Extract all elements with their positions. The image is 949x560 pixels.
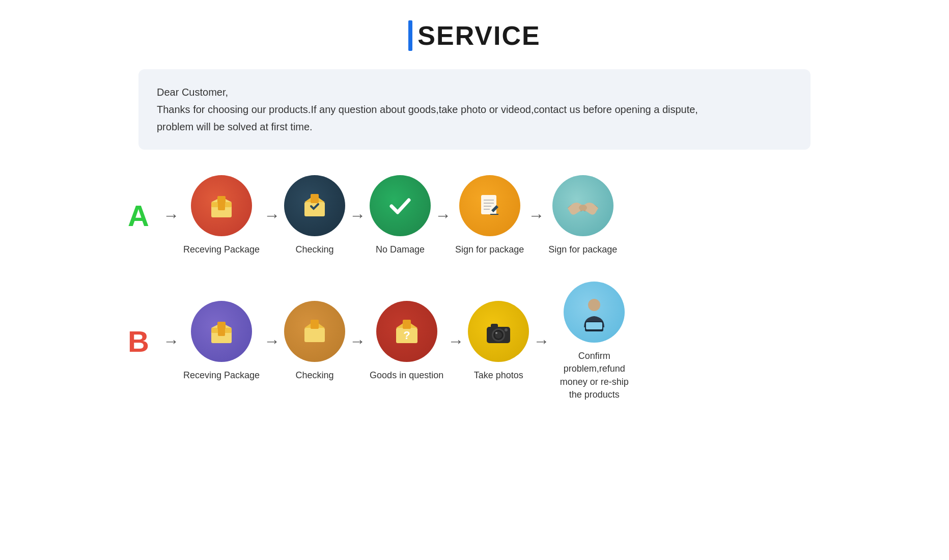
icon-no-damage	[370, 175, 431, 236]
icon-receiving-package-a	[191, 175, 252, 236]
svg-point-32	[495, 332, 497, 334]
row-a-label: A	[118, 199, 159, 233]
row-a: A → Receving Package →	[118, 175, 831, 256]
svg-rect-37	[586, 322, 602, 329]
label-confirm-problem: Confirm problem,refund money or re-ship …	[553, 350, 635, 401]
label-take-photos: Take photos	[474, 369, 523, 382]
row-b-section: B → Receving Package →	[118, 282, 831, 401]
row-b-label: B	[118, 324, 159, 358]
icon-receiving-package-b	[191, 301, 252, 362]
flow-item-checking-b: Checking	[284, 301, 345, 382]
icon-checking-a	[284, 175, 345, 236]
arrow-b0: →	[163, 332, 179, 351]
svg-rect-4	[217, 196, 226, 203]
arrow-2a: →	[349, 206, 366, 225]
icon-sign-package-a	[459, 175, 520, 236]
arrow-b3: →	[448, 332, 464, 351]
arrow-b1: →	[264, 332, 280, 351]
title-accent-bar	[408, 20, 412, 51]
arrow-3a: →	[435, 206, 451, 225]
svg-rect-21	[304, 328, 325, 342]
flow-item-confirm-problem: Confirm problem,refund money or re-ship …	[553, 282, 635, 401]
arrow-b2: →	[349, 332, 366, 351]
flow-item-checking-a: Checking	[284, 175, 345, 256]
notice-line1: Dear Customer,	[157, 83, 792, 101]
flow-item-sign-pkg-a: Sign for package	[455, 175, 524, 256]
arrow-b4: →	[533, 332, 549, 351]
row-b: B → Receving Package →	[118, 282, 831, 401]
svg-point-35	[588, 299, 600, 311]
page-title: SERVICE	[417, 20, 540, 51]
flow-item-recv-pkg-b: Receving Package	[183, 301, 260, 382]
icon-checking-b	[284, 301, 345, 362]
flow-item-no-damage: No Damage	[370, 175, 431, 256]
notice-box: Dear Customer, Thanks for choosing our p…	[138, 69, 811, 150]
label-sign-pkg-b: Sign for package	[548, 243, 617, 256]
svg-rect-20	[217, 322, 226, 329]
arrow-0: →	[163, 206, 179, 225]
svg-point-8	[385, 190, 415, 221]
flow-item-goods-question: ? Goods in question	[370, 301, 443, 382]
page-header: SERVICE	[408, 20, 540, 51]
label-no-damage: No Damage	[376, 243, 425, 256]
label-recv-pkg-a: Receving Package	[183, 243, 260, 256]
notice-line2: Thanks for choosing our products.If any …	[157, 101, 792, 135]
svg-point-34	[505, 328, 508, 331]
svg-rect-33	[491, 324, 498, 328]
icon-sign-package-b	[552, 175, 613, 236]
row-a-section: A → Receving Package →	[118, 175, 831, 256]
label-recv-pkg-b: Receving Package	[183, 369, 260, 382]
arrow-1a: →	[264, 206, 280, 225]
flow-item-recv-pkg-a: Receving Package	[183, 175, 260, 256]
svg-rect-5	[304, 202, 325, 216]
icon-confirm-problem	[564, 282, 625, 343]
label-checking-a: Checking	[296, 243, 334, 256]
arrow-4a: →	[528, 206, 544, 225]
icon-goods-question: ?	[376, 301, 437, 362]
icon-take-photos	[468, 301, 529, 362]
svg-rect-7	[311, 194, 319, 203]
svg-rect-23	[311, 320, 319, 329]
label-sign-pkg-a: Sign for package	[455, 243, 524, 256]
svg-point-15	[579, 205, 587, 211]
svg-text:?: ?	[403, 329, 410, 342]
label-goods-question: Goods in question	[370, 369, 443, 382]
svg-rect-18	[218, 328, 225, 336]
svg-rect-26	[403, 320, 411, 329]
flow-item-take-photos: Take photos	[468, 301, 529, 382]
svg-rect-2	[218, 202, 225, 210]
label-checking-b: Checking	[296, 369, 334, 382]
flow-item-sign-pkg-b: Sign for package	[548, 175, 617, 256]
